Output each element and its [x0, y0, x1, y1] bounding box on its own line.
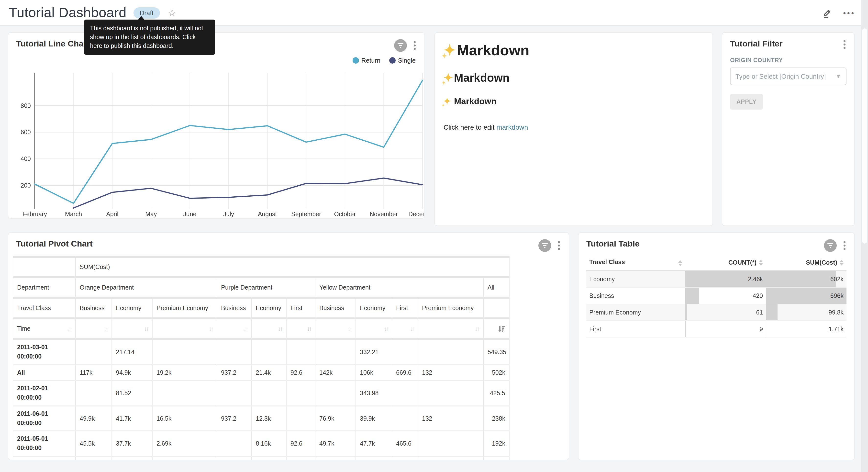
- origin-country-select[interactable]: Type or Select [Origin Country] ▼: [730, 67, 846, 85]
- pivot-value-cell[interactable]: 8.16k: [252, 431, 286, 456]
- scrollbar-thumb[interactable]: [862, 28, 867, 243]
- pivot-value-cell[interactable]: [75, 381, 112, 406]
- pivot-value-cell[interactable]: 106k: [356, 365, 392, 381]
- pivot-value-cell[interactable]: [418, 381, 484, 406]
- filter-menu-icon[interactable]: [842, 39, 847, 50]
- apply-button[interactable]: APPLY: [730, 94, 763, 110]
- pivot-value-cell[interactable]: 12.3k: [252, 406, 286, 431]
- pivot-value-cell[interactable]: 47.7k: [356, 431, 392, 456]
- edit-dashboard-icon[interactable]: [822, 7, 832, 18]
- table-header-1[interactable]: COUNT(*): [685, 255, 766, 270]
- pivot-value-cell[interactable]: [418, 339, 484, 365]
- favorite-star-icon[interactable]: ☆: [168, 8, 177, 18]
- pivot-value-cell[interactable]: 669.6: [392, 365, 418, 381]
- table-header-0[interactable]: Travel Class: [586, 255, 685, 270]
- pivot-value-cell[interactable]: [217, 339, 252, 365]
- pivot-value-cell[interactable]: 927.77: [252, 456, 286, 461]
- sort-toggle-icon[interactable]: ↓↑: [410, 325, 414, 332]
- pivot-value-cell[interactable]: 238k: [484, 406, 509, 431]
- pivot-value-cell[interactable]: 217.14: [112, 339, 152, 365]
- table-row[interactable]: Business420696k: [586, 287, 846, 304]
- sort-toggle-icon[interactable]: ↓↑: [144, 325, 148, 332]
- pivot-value-cell[interactable]: 39.9k: [356, 406, 392, 431]
- pivot-value-cell[interactable]: 132: [418, 406, 484, 431]
- pivot-value-cell[interactable]: [286, 456, 315, 461]
- chart-menu-icon[interactable]: [412, 40, 417, 51]
- pivot-value-cell[interactable]: 17.3k: [356, 456, 392, 461]
- pivot-value-cell[interactable]: [315, 381, 356, 406]
- pivot-value-cell[interactable]: 2.69k: [152, 431, 217, 456]
- legend-item-single[interactable]: Single: [389, 57, 416, 64]
- pivot-value-cell[interactable]: [392, 339, 418, 365]
- pivot-value-cell[interactable]: [217, 456, 252, 461]
- sort-toggle-icon[interactable]: ↓↑: [278, 325, 282, 332]
- table-header-2[interactable]: SUM(Cost): [766, 255, 846, 270]
- pivot-value-cell[interactable]: 937.2: [217, 365, 252, 381]
- markdown-edit-link[interactable]: markdown: [496, 123, 528, 131]
- sort-toggle-icon[interactable]: ↓↑: [244, 325, 247, 332]
- sort-toggle-icon[interactable]: ↓↑: [67, 325, 71, 332]
- pivot-value-cell[interactable]: [286, 406, 315, 431]
- pivot-value-cell[interactable]: 502k: [484, 365, 509, 381]
- draft-status-badge[interactable]: Draft: [133, 7, 160, 18]
- pivot-value-cell[interactable]: 49.7k: [315, 431, 356, 456]
- pivot-value-cell[interactable]: 204: [392, 456, 418, 461]
- series-line-single[interactable]: [73, 178, 423, 208]
- pivot-value-cell[interactable]: [217, 381, 252, 406]
- pivot-value-cell[interactable]: [392, 406, 418, 431]
- pivot-value-cell[interactable]: 37.7k: [112, 431, 152, 456]
- pivot-value-cell[interactable]: [252, 339, 286, 365]
- sort-carets-icon[interactable]: [759, 260, 763, 265]
- sort-toggle-icon[interactable]: ↓↑: [475, 325, 479, 332]
- pivot-value-cell[interactable]: [315, 339, 356, 365]
- sort-toggle-icon[interactable]: ↓↑: [209, 325, 213, 332]
- pivot-value-cell[interactable]: 19.2k: [152, 365, 217, 381]
- pivot-value-cell[interactable]: [392, 381, 418, 406]
- pivot-value-cell[interactable]: 21.4k: [252, 365, 286, 381]
- applied-filter-icon[interactable]: [394, 39, 407, 52]
- pivot-value-cell[interactable]: 192k: [484, 431, 509, 456]
- pivot-value-cell[interactable]: 70.9k: [484, 456, 509, 461]
- scrollbar-track[interactable]: [861, 0, 868, 472]
- pivot-value-cell[interactable]: 332.21: [356, 339, 392, 365]
- sort-descending-icon[interactable]: [497, 325, 505, 332]
- pivot-value-cell[interactable]: 41.7k: [112, 406, 152, 431]
- pivot-value-cell[interactable]: [286, 381, 315, 406]
- pivot-value-cell[interactable]: 49.9k: [75, 406, 112, 431]
- pivot-value-cell[interactable]: [252, 381, 286, 406]
- pivot-value-cell[interactable]: 45.5k: [75, 431, 112, 456]
- pivot-value-cell[interactable]: 92.6: [286, 365, 315, 381]
- chart-menu-icon[interactable]: [556, 240, 562, 251]
- applied-filter-icon[interactable]: [824, 239, 837, 252]
- pivot-value-cell[interactable]: 16.5k: [152, 406, 217, 431]
- legend-item-return[interactable]: Return: [352, 57, 380, 64]
- pivot-value-cell[interactable]: [286, 339, 315, 365]
- sort-carets-icon[interactable]: [678, 260, 682, 266]
- pivot-value-cell[interactable]: 937.2: [217, 406, 252, 431]
- table-row[interactable]: Economy2.46k602k: [586, 270, 846, 287]
- pivot-value-cell[interactable]: [152, 381, 217, 406]
- publish-tooltip[interactable]: This dashboard is not published, it will…: [84, 20, 215, 55]
- pivot-value-cell[interactable]: 549.35: [484, 339, 509, 365]
- applied-filter-icon[interactable]: [538, 239, 551, 252]
- table-row[interactable]: Premium Economy6199.8k: [586, 304, 846, 321]
- pivot-value-cell[interactable]: [152, 339, 217, 365]
- pivot-value-cell[interactable]: [418, 456, 484, 461]
- pivot-value-cell[interactable]: 132: [418, 365, 484, 381]
- pivot-value-cell[interactable]: 92.6: [286, 431, 315, 456]
- pivot-value-cell[interactable]: 425.5: [484, 381, 509, 406]
- sort-toggle-icon[interactable]: ↓↑: [307, 325, 311, 332]
- sort-toggle-icon[interactable]: ↓↑: [348, 325, 351, 332]
- pivot-value-cell[interactable]: [418, 431, 484, 456]
- chart-menu-icon[interactable]: [842, 240, 847, 251]
- sort-toggle-icon[interactable]: ↓↑: [384, 325, 388, 332]
- pivot-value-cell[interactable]: 94.9k: [112, 365, 152, 381]
- pivot-value-cell[interactable]: 81.52: [112, 381, 152, 406]
- sort-toggle-icon[interactable]: ↓↑: [104, 325, 107, 332]
- sort-carets-icon[interactable]: [840, 260, 843, 265]
- pivot-value-cell[interactable]: 117k: [75, 365, 112, 381]
- more-options-icon[interactable]: •••: [843, 8, 855, 17]
- pivot-value-cell[interactable]: [152, 456, 217, 461]
- pivot-value-cell[interactable]: 465.6: [392, 431, 418, 456]
- pivot-value-cell[interactable]: 15.2k: [112, 456, 152, 461]
